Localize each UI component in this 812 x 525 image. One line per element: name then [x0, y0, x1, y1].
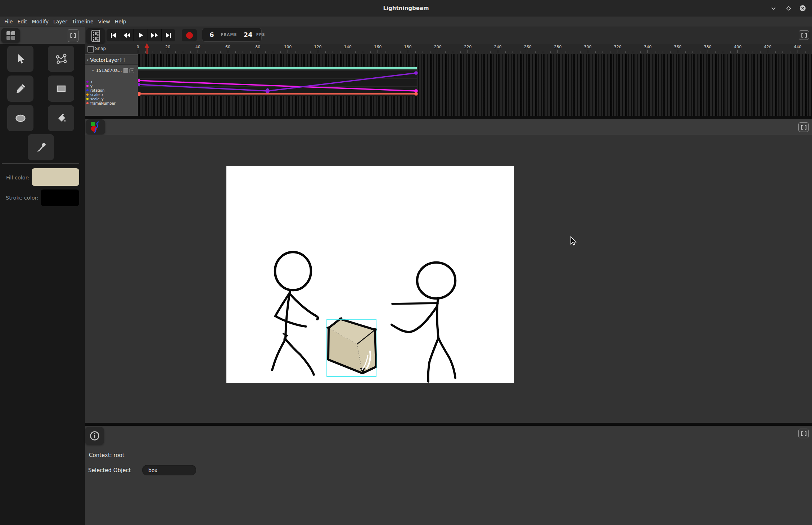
keyframe-curves — [138, 54, 812, 116]
tool-panel-expand-button[interactable] — [68, 29, 78, 42]
box-object[interactable] — [326, 317, 377, 374]
keyframe-frameNumber[interactable] — [138, 92, 141, 96]
stroke-color-swatch[interactable] — [41, 190, 79, 206]
stage-logo-button[interactable] — [86, 119, 105, 134]
tool-select[interactable] — [7, 46, 33, 72]
tool-transform[interactable] — [48, 46, 74, 72]
object-row[interactable]: ▾ 151ad70a... ~ — [85, 67, 138, 74]
ruler-tick — [782, 51, 783, 53]
keyframe-x[interactable] — [266, 88, 270, 94]
menu-edit[interactable]: Edit — [17, 19, 27, 24]
property-color-dot — [86, 81, 89, 83]
frame-value: 6 — [209, 31, 214, 38]
ruler-tick — [768, 50, 768, 53]
property-row-rotation[interactable]: rotation — [85, 88, 138, 92]
layer-row-vectorlayer[interactable]: ▾ VectorLayer [L] — [85, 55, 138, 65]
property-row-scale_y[interactable]: scale_y — [85, 97, 138, 101]
ruler-tick — [295, 51, 296, 53]
ruler-tick — [438, 50, 438, 53]
menu-file[interactable]: File — [4, 19, 13, 24]
keyframe-frameNumber[interactable] — [414, 92, 418, 96]
snap-checkbox[interactable] — [87, 46, 94, 52]
fill-color-swatch[interactable] — [32, 168, 79, 186]
ruler-tick — [168, 50, 168, 53]
playhead-handle[interactable] — [144, 43, 149, 48]
keyframe-x[interactable] — [138, 83, 140, 86]
ellipse-icon — [13, 111, 28, 125]
ruler-label: 380 — [700, 45, 715, 49]
ruler-tick — [745, 51, 745, 53]
ruler-tick — [400, 51, 401, 53]
fast-forward-button[interactable] — [148, 29, 162, 41]
tool-pencil[interactable] — [7, 76, 33, 102]
ruler-label: 420 — [761, 45, 775, 49]
maximize-button[interactable] — [785, 5, 792, 12]
selected-object-input[interactable]: box — [142, 465, 196, 475]
minimize-button[interactable] — [770, 5, 777, 12]
ruler-tick — [693, 51, 693, 53]
property-color-dot — [86, 98, 89, 100]
property-row-y[interactable]: y — [85, 84, 138, 88]
ruler-tick — [265, 51, 266, 53]
play-button[interactable] — [134, 29, 148, 41]
timeline-expand-button[interactable] — [799, 30, 809, 40]
tool-ellipse[interactable] — [7, 105, 33, 131]
ruler-tick — [213, 51, 213, 53]
layer-visibility-toggle[interactable] — [123, 68, 128, 73]
ruler-tick — [708, 50, 708, 53]
ruler-tick — [678, 50, 678, 53]
tool-panel-divider — [2, 163, 79, 164]
stage-expand-button[interactable] — [798, 122, 809, 132]
info-button[interactable] — [85, 427, 104, 445]
skip-end-button[interactable] — [162, 29, 175, 41]
menu-help[interactable]: Help — [115, 19, 126, 24]
tool-paint-bucket[interactable] — [48, 105, 74, 131]
collapse-triangle-icon[interactable]: ▾ — [87, 58, 89, 62]
tool-rectangle[interactable] — [48, 76, 74, 102]
film-button[interactable] — [86, 28, 105, 44]
stick-figure-left[interactable] — [272, 252, 318, 375]
layer-tilde-button[interactable]: ~ — [129, 68, 134, 73]
stick-figure-right[interactable] — [392, 262, 455, 382]
stage-canvas[interactable] — [226, 166, 514, 383]
collapse-triangle-icon[interactable]: ▾ — [92, 69, 94, 72]
ruler-tick — [333, 51, 333, 53]
ruler-tick — [243, 51, 243, 53]
ruler-tick — [460, 51, 460, 53]
playhead[interactable] — [146, 48, 148, 54]
ruler-tick — [340, 51, 340, 53]
keyframe-x[interactable] — [414, 71, 418, 75]
ruler-tick — [633, 51, 633, 53]
ruler-tick — [175, 51, 176, 53]
menu-timeline[interactable]: Timeline — [72, 19, 94, 24]
ruler-tick — [280, 51, 280, 53]
ruler-label: 300 — [581, 45, 595, 49]
ruler-tick — [775, 51, 775, 53]
skip-start-button[interactable] — [107, 29, 120, 41]
timeline-ruler[interactable]: 0204060801001201401601802002202402602803… — [138, 44, 812, 54]
expand-icon — [801, 125, 807, 130]
tool-eyedropper[interactable] — [28, 134, 54, 160]
apps-grid-button[interactable] — [1, 28, 20, 43]
record-button[interactable] — [182, 29, 197, 41]
stage-header — [85, 119, 812, 135]
property-row-scale_x[interactable]: scale_x — [85, 92, 138, 97]
ruler-label: 100 — [281, 45, 295, 49]
ruler-tick — [618, 50, 618, 53]
keyframe-y[interactable] — [138, 79, 140, 82]
property-color-dot — [86, 93, 89, 96]
expand-icon — [801, 431, 807, 436]
close-button[interactable] — [799, 5, 806, 12]
menu-view[interactable]: View — [98, 19, 110, 24]
menu-layer[interactable]: Layer — [53, 19, 67, 24]
ruler-tick — [730, 51, 730, 53]
menu-modify[interactable]: Modify — [32, 19, 49, 24]
property-row-x[interactable]: x — [85, 79, 138, 84]
inspector-expand-button[interactable] — [798, 429, 809, 438]
ruler-label: 280 — [551, 45, 565, 49]
rewind-button[interactable] — [120, 29, 134, 41]
property-name: frameNumber — [90, 101, 116, 105]
ruler-tick — [325, 51, 325, 53]
property-row-frameNumber[interactable]: frameNumber — [85, 101, 138, 105]
ruler-tick — [250, 51, 251, 53]
